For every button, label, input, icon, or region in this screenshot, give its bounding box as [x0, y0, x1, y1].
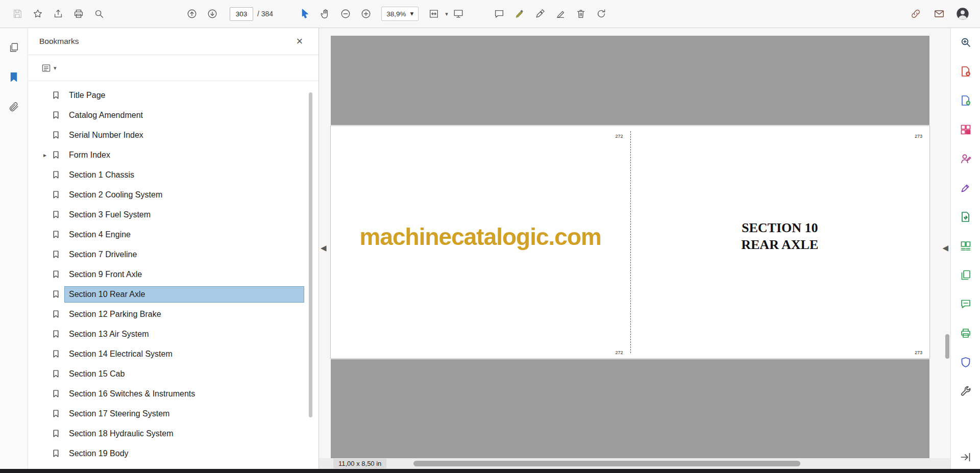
hand-tool-button[interactable] [315, 4, 335, 24]
duplicate-pages-icon [960, 269, 972, 281]
horizontal-scrollbar[interactable] [413, 461, 800, 466]
organize-pages-button[interactable] [955, 236, 976, 256]
combine-files-button[interactable] [955, 119, 976, 140]
create-pdf-button[interactable] [955, 90, 976, 111]
annotation-tools-group [489, 4, 611, 24]
bookmarks-panel-button[interactable] [3, 66, 25, 88]
bookmark-icon [52, 250, 60, 259]
bookmark-item-section-4-engine[interactable]: Section 4 Engine [28, 225, 318, 244]
bookmark-item-section-15-cab[interactable]: Section 15 Cab [28, 364, 318, 384]
section-title: SECTION 10 REAR AXLE [630, 219, 930, 253]
get-link-button[interactable] [905, 4, 926, 24]
account-button[interactable] [952, 4, 973, 24]
export-convert-button[interactable] [955, 207, 976, 227]
scan-ocr-button[interactable] [955, 323, 976, 343]
bookmarks-options-button[interactable]: ▾ [38, 61, 60, 76]
bookmark-item-section-13-air-system[interactable]: Section 13 Air System [28, 324, 318, 344]
zoom-out-button[interactable] [335, 4, 356, 24]
bookmark-label: Section 15 Cab [65, 366, 304, 382]
print-button[interactable] [68, 4, 89, 24]
reading-mode-button[interactable] [448, 4, 469, 24]
protect-button[interactable] [955, 352, 976, 372]
collapse-right-panel-handle[interactable]: ◀ [942, 244, 948, 252]
bookmark-item-section-19-body[interactable]: Section 19 Body [28, 443, 318, 463]
collapse-left-panel-handle[interactable]: ◀ [321, 244, 327, 252]
bookmark-item-section-17-steering-system[interactable]: Section 17 Steering System [28, 404, 318, 424]
expand-right-icon [960, 451, 972, 463]
page-spread[interactable]: machinecatalogic.com SECTION 10 REAR AXL… [331, 126, 929, 358]
find-button[interactable] [89, 4, 109, 24]
caret-down-icon: ▾ [54, 65, 57, 71]
page-number-input[interactable] [230, 7, 253, 21]
close-bookmarks-button[interactable]: × [292, 34, 307, 49]
bookmark-icon [52, 350, 60, 358]
expand-tools-panel-button[interactable] [955, 447, 976, 467]
printer-icon [73, 8, 84, 19]
trash-icon [575, 8, 586, 19]
bookmark-icon [52, 91, 60, 99]
envelope-icon [934, 8, 945, 19]
cursor-pointer-icon [299, 8, 310, 19]
bookmark-label: Section 12 Parking Brake [65, 307, 304, 322]
bookmark-item-serial-number-index[interactable]: Serial Number Index [28, 125, 318, 145]
request-signatures-button[interactable] [955, 148, 976, 169]
delete-button[interactable] [571, 4, 591, 24]
bookmark-label: Section 4 Engine [65, 227, 304, 242]
copy-pages-button[interactable] [955, 265, 976, 285]
caret-down-icon: ▾ [445, 11, 448, 17]
search-icon [93, 8, 105, 19]
bookmark-item-section-7-driveline[interactable]: Section 7 Driveline [28, 244, 318, 264]
bookmark-label: Section 7 Driveline [65, 247, 304, 262]
combine-files-icon [960, 123, 972, 136]
bookmark-item-section-12-parking-brake[interactable]: Section 12 Parking Brake [28, 304, 318, 324]
bookmark-icon [52, 290, 60, 298]
rotate-button[interactable] [591, 4, 611, 24]
bookmarks-scrollbar[interactable] [309, 92, 312, 417]
bookmark-item-section-18-hydraulic-system[interactable]: Section 18 Hydraulic System [28, 424, 318, 443]
bookmark-label: Serial Number Index [65, 128, 304, 143]
more-tools-button[interactable] [955, 381, 976, 402]
bookmark-item-form-index[interactable]: ▸ Form Index [28, 145, 318, 165]
link-icon [910, 8, 921, 19]
section-title-line2: REAR AXLE [630, 236, 930, 253]
page-number-right-top: 273 [915, 134, 922, 139]
marquee-zoom-button[interactable] [955, 32, 976, 53]
export-pdf-icon [960, 65, 972, 78]
bookmark-item-section-9-front-axle[interactable]: Section 9 Front Axle [28, 264, 318, 284]
star-button[interactable] [28, 4, 48, 24]
chevron-right-icon[interactable]: ▸ [38, 152, 52, 159]
page-thumbnails-button[interactable] [3, 36, 25, 59]
bookmark-item-section-16-switches-instruments[interactable]: Section 16 Switches & Instruments [28, 384, 318, 404]
zoom-in-button[interactable] [356, 4, 376, 24]
vertical-scrollbar[interactable] [945, 334, 949, 359]
bookmark-item-section-2-cooling-system[interactable]: Section 2 Cooling System [28, 185, 318, 205]
bookmark-icon [8, 71, 19, 83]
add-signature-button[interactable] [550, 4, 571, 24]
send-email-button[interactable] [929, 4, 949, 24]
sign-button[interactable] [530, 4, 550, 24]
bookmark-item-section-3-fuel-system[interactable]: Section 3 Fuel System [28, 205, 318, 225]
fill-and-sign-button[interactable] [955, 178, 976, 198]
export-pdf-button[interactable] [955, 61, 976, 82]
bookmark-item-section-1-chassis[interactable]: Section 1 Chassis [28, 165, 318, 185]
zoom-level-dropdown[interactable]: 38,9% ▾ [381, 7, 419, 21]
save-button[interactable] [7, 4, 28, 24]
bookmark-icon [52, 131, 60, 139]
previous-page-button[interactable] [182, 4, 202, 24]
bookmark-icon [52, 111, 60, 119]
bookmark-item-section-14-electrical-system[interactable]: Section 14 Electrical System [28, 344, 318, 364]
share-button[interactable] [48, 4, 68, 24]
highlight-button[interactable] [509, 4, 530, 24]
comment-button[interactable] [489, 4, 509, 24]
select-tool-button[interactable] [295, 4, 315, 24]
bookmark-item-section-10-rear-axle[interactable]: Section 10 Rear Axle [28, 284, 318, 304]
bookmark-item-catalog-amendment[interactable]: Catalog Amendment [28, 105, 318, 125]
next-page-button[interactable] [202, 4, 223, 24]
bookmark-item-title-page[interactable]: Title Page [28, 85, 318, 105]
attachments-button[interactable] [3, 95, 25, 118]
page-placeholder-previous [331, 36, 929, 125]
fit-width-dropdown[interactable]: ▾ [424, 4, 448, 24]
comment-tools-button[interactable] [955, 294, 976, 314]
fit-width-button[interactable] [424, 4, 444, 24]
bookmark-icon [52, 151, 60, 159]
